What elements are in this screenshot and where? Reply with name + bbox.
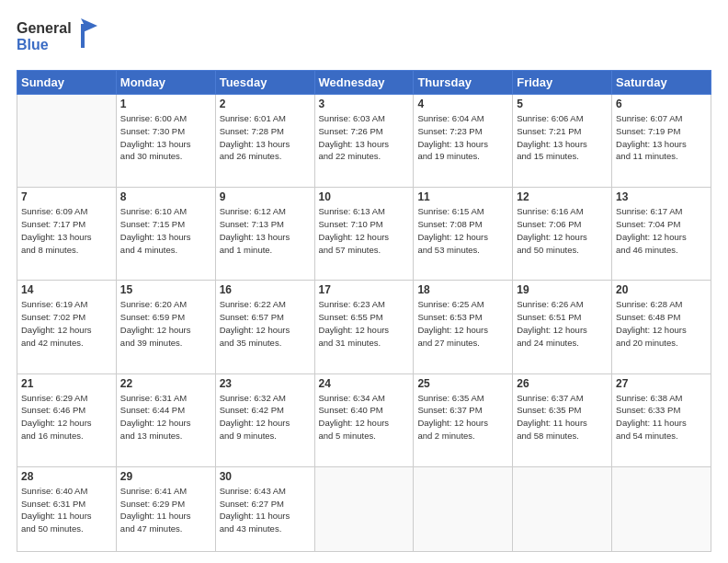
day-info: Sunrise: 6:25 AMSunset: 6:53 PMDaylight:… [417, 298, 508, 349]
calendar-cell: 29Sunrise: 6:41 AMSunset: 6:29 PMDayligh… [116, 466, 215, 551]
calendar-header-row: SundayMondayTuesdayWednesdayThursdayFrid… [17, 71, 711, 95]
day-info: Sunrise: 6:10 AMSunset: 7:15 PMDaylight:… [120, 205, 211, 256]
calendar-cell: 20Sunrise: 6:28 AMSunset: 6:48 PMDayligh… [612, 281, 711, 373]
calendar-cell: 14Sunrise: 6:19 AMSunset: 7:02 PMDayligh… [17, 281, 117, 373]
calendar-cell: 1Sunrise: 6:00 AMSunset: 7:30 PMDaylight… [116, 95, 215, 188]
day-info: Sunrise: 6:26 AMSunset: 6:51 PMDaylight:… [517, 298, 608, 349]
calendar-cell: 15Sunrise: 6:20 AMSunset: 6:59 PMDayligh… [116, 281, 215, 373]
calendar-week-2: 7Sunrise: 6:09 AMSunset: 7:17 PMDaylight… [17, 188, 711, 281]
day-info: Sunrise: 6:06 AMSunset: 7:21 PMDaylight:… [517, 112, 608, 163]
day-number: 25 [417, 377, 508, 390]
day-number: 27 [616, 377, 707, 390]
day-number: 3 [319, 98, 410, 110]
calendar-cell [612, 466, 711, 551]
day-number: 5 [517, 98, 608, 110]
day-info: Sunrise: 6:43 AMSunset: 6:27 PMDaylight:… [220, 485, 311, 535]
day-number: 21 [21, 377, 112, 390]
day-number: 24 [319, 377, 410, 390]
calendar-cell: 12Sunrise: 6:16 AMSunset: 7:06 PMDayligh… [513, 188, 612, 281]
day-info: Sunrise: 6:15 AMSunset: 7:08 PMDaylight:… [417, 205, 508, 256]
day-info: Sunrise: 6:00 AMSunset: 7:30 PMDaylight:… [120, 112, 211, 163]
weekday-header-tuesday: Tuesday [215, 71, 314, 95]
day-number: 12 [517, 190, 608, 203]
calendar-cell: 9Sunrise: 6:12 AMSunset: 7:13 PMDaylight… [215, 188, 314, 281]
day-info: Sunrise: 6:37 AMSunset: 6:35 PMDaylight:… [517, 392, 608, 442]
calendar-table: SundayMondayTuesdayWednesdayThursdayFrid… [17, 70, 711, 552]
calendar-week-5: 28Sunrise: 6:40 AMSunset: 6:31 PMDayligh… [17, 466, 711, 551]
calendar-cell: 4Sunrise: 6:04 AMSunset: 7:23 PMDaylight… [414, 95, 513, 188]
day-info: Sunrise: 6:20 AMSunset: 6:59 PMDaylight:… [120, 298, 211, 349]
day-number: 23 [220, 377, 311, 390]
day-info: Sunrise: 6:41 AMSunset: 6:29 PMDaylight:… [120, 485, 211, 535]
day-info: Sunrise: 6:01 AMSunset: 7:28 PMDaylight:… [220, 112, 311, 163]
calendar-cell: 6Sunrise: 6:07 AMSunset: 7:19 PMDaylight… [612, 95, 711, 188]
day-number: 10 [319, 190, 410, 203]
calendar-cell: 24Sunrise: 6:34 AMSunset: 6:40 PMDayligh… [314, 373, 414, 466]
day-info: Sunrise: 6:29 AMSunset: 6:46 PMDaylight:… [21, 392, 112, 442]
day-number: 14 [21, 283, 112, 296]
calendar-cell: 23Sunrise: 6:32 AMSunset: 6:42 PMDayligh… [215, 373, 314, 466]
day-info: Sunrise: 6:23 AMSunset: 6:55 PMDaylight:… [319, 298, 410, 349]
weekday-header-saturday: Saturday [612, 71, 711, 95]
day-number: 13 [616, 190, 707, 203]
day-info: Sunrise: 6:12 AMSunset: 7:13 PMDaylight:… [220, 205, 311, 256]
weekday-header-monday: Monday [116, 71, 215, 95]
day-number: 8 [120, 190, 211, 203]
day-info: Sunrise: 6:17 AMSunset: 7:04 PMDaylight:… [616, 205, 707, 256]
calendar-week-4: 21Sunrise: 6:29 AMSunset: 6:46 PMDayligh… [17, 373, 711, 466]
logo: General Blue [17, 17, 99, 61]
svg-text:General: General [17, 20, 72, 36]
calendar-cell: 22Sunrise: 6:31 AMSunset: 6:44 PMDayligh… [116, 373, 215, 466]
day-number: 30 [220, 470, 311, 483]
calendar-cell [314, 466, 414, 551]
calendar-cell: 16Sunrise: 6:22 AMSunset: 6:57 PMDayligh… [215, 281, 314, 373]
day-number: 7 [21, 190, 112, 203]
calendar-cell: 3Sunrise: 6:03 AMSunset: 7:26 PMDaylight… [314, 95, 414, 188]
day-info: Sunrise: 6:40 AMSunset: 6:31 PMDaylight:… [21, 485, 112, 535]
calendar-cell [17, 95, 117, 188]
calendar-cell: 28Sunrise: 6:40 AMSunset: 6:31 PMDayligh… [17, 466, 117, 551]
day-info: Sunrise: 6:28 AMSunset: 6:48 PMDaylight:… [616, 298, 707, 349]
weekday-header-thursday: Thursday [414, 71, 513, 95]
day-info: Sunrise: 6:34 AMSunset: 6:40 PMDaylight:… [319, 392, 410, 442]
weekday-header-friday: Friday [513, 71, 612, 95]
day-info: Sunrise: 6:22 AMSunset: 6:57 PMDaylight:… [220, 298, 311, 349]
page: General Blue SundayMondayTuesdayWednesda… [0, 0, 728, 563]
day-info: Sunrise: 6:35 AMSunset: 6:37 PMDaylight:… [417, 392, 508, 442]
day-number: 26 [517, 377, 608, 390]
calendar-cell: 13Sunrise: 6:17 AMSunset: 7:04 PMDayligh… [612, 188, 711, 281]
weekday-header-wednesday: Wednesday [314, 71, 414, 95]
calendar-cell: 8Sunrise: 6:10 AMSunset: 7:15 PMDaylight… [116, 188, 215, 281]
day-info: Sunrise: 6:04 AMSunset: 7:23 PMDaylight:… [417, 112, 508, 163]
calendar-cell: 19Sunrise: 6:26 AMSunset: 6:51 PMDayligh… [513, 281, 612, 373]
calendar-cell: 17Sunrise: 6:23 AMSunset: 6:55 PMDayligh… [314, 281, 414, 373]
day-number: 4 [417, 98, 508, 110]
day-number: 28 [21, 470, 112, 483]
calendar-cell: 30Sunrise: 6:43 AMSunset: 6:27 PMDayligh… [215, 466, 314, 551]
calendar-cell [513, 466, 612, 551]
svg-text:Blue: Blue [17, 37, 49, 52]
day-number: 9 [220, 190, 311, 203]
day-number: 22 [120, 377, 211, 390]
header: General Blue [17, 17, 711, 61]
calendar-cell: 27Sunrise: 6:38 AMSunset: 6:33 PMDayligh… [612, 373, 711, 466]
calendar-cell: 18Sunrise: 6:25 AMSunset: 6:53 PMDayligh… [414, 281, 513, 373]
calendar-cell [414, 466, 513, 551]
day-number: 20 [616, 283, 707, 296]
calendar-cell: 25Sunrise: 6:35 AMSunset: 6:37 PMDayligh… [414, 373, 513, 466]
calendar-cell: 5Sunrise: 6:06 AMSunset: 7:21 PMDaylight… [513, 95, 612, 188]
calendar-week-1: 1Sunrise: 6:00 AMSunset: 7:30 PMDaylight… [17, 95, 711, 188]
calendar-week-3: 14Sunrise: 6:19 AMSunset: 7:02 PMDayligh… [17, 281, 711, 373]
calendar-cell: 10Sunrise: 6:13 AMSunset: 7:10 PMDayligh… [314, 188, 414, 281]
day-info: Sunrise: 6:31 AMSunset: 6:44 PMDaylight:… [120, 392, 211, 442]
day-info: Sunrise: 6:19 AMSunset: 7:02 PMDaylight:… [21, 298, 112, 349]
day-info: Sunrise: 6:13 AMSunset: 7:10 PMDaylight:… [319, 205, 410, 256]
day-info: Sunrise: 6:38 AMSunset: 6:33 PMDaylight:… [616, 392, 707, 442]
day-info: Sunrise: 6:16 AMSunset: 7:06 PMDaylight:… [517, 205, 608, 256]
calendar-cell: 26Sunrise: 6:37 AMSunset: 6:35 PMDayligh… [513, 373, 612, 466]
svg-rect-3 [81, 24, 85, 48]
calendar-cell: 11Sunrise: 6:15 AMSunset: 7:08 PMDayligh… [414, 188, 513, 281]
day-number: 1 [120, 98, 211, 110]
calendar-cell: 21Sunrise: 6:29 AMSunset: 6:46 PMDayligh… [17, 373, 117, 466]
day-info: Sunrise: 6:03 AMSunset: 7:26 PMDaylight:… [319, 112, 410, 163]
